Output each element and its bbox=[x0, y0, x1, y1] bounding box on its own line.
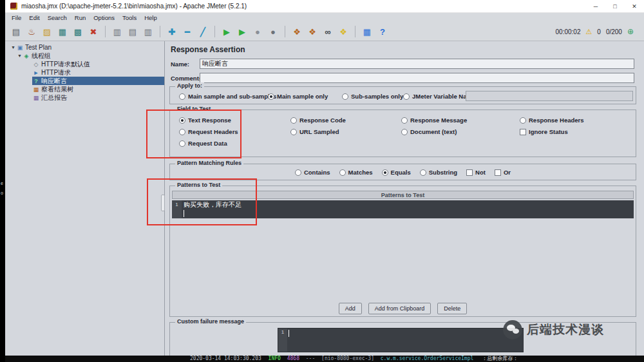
menu-search[interactable]: Search bbox=[44, 14, 71, 21]
radio-icon[interactable] bbox=[290, 129, 297, 135]
radio-url-sampled[interactable]: URL Sampled bbox=[290, 128, 339, 135]
edge-letter: e bbox=[1, 181, 3, 186]
tree-item-label: 察看结果树 bbox=[40, 85, 73, 93]
clear-all-icon[interactable]: ❖ bbox=[305, 24, 319, 39]
minimize-button[interactable]: ─ bbox=[586, 0, 605, 13]
cut-icon[interactable]: ✖ bbox=[86, 24, 100, 39]
radio-icon-selected[interactable] bbox=[382, 169, 388, 176]
menu-edit[interactable]: Edit bbox=[25, 14, 43, 21]
menu-options[interactable]: Options bbox=[90, 14, 118, 21]
radio-icon[interactable] bbox=[290, 117, 297, 124]
row-number: 1 bbox=[278, 329, 287, 352]
radio-main-sample-and-sub-samples[interactable]: Main sample and sub-samples bbox=[179, 93, 276, 100]
close-button[interactable]: ✕ bbox=[625, 0, 644, 13]
toolbar-status: 00:00:02 ⚠ 0 0/200 ⊕ bbox=[556, 27, 640, 36]
radio-icon[interactable] bbox=[420, 169, 426, 176]
checkbox-icon[interactable] bbox=[495, 169, 501, 176]
tree-item-summary-report[interactable]: ▦ 汇总报告 bbox=[5, 93, 164, 102]
search-reset-icon[interactable]: ❖ bbox=[336, 24, 350, 39]
radio-icon[interactable] bbox=[401, 117, 408, 124]
checkbox-icon[interactable] bbox=[466, 169, 473, 176]
radio-response-message[interactable]: Response Message bbox=[401, 117, 467, 124]
toolbar-separator bbox=[214, 26, 215, 37]
radio-response-headers[interactable]: Response Headers bbox=[520, 117, 584, 124]
radio-icon[interactable] bbox=[179, 93, 185, 100]
add-element-icon[interactable]: ✚ bbox=[165, 24, 179, 39]
radio-main-sample-only[interactable]: Main sample only bbox=[268, 93, 328, 100]
tree-item-test-plan[interactable]: ▼ ▣ Test Plan bbox=[5, 43, 164, 52]
radio-icon-selected[interactable] bbox=[268, 93, 274, 100]
shutdown-icon[interactable]: ● bbox=[266, 24, 280, 39]
checkbox-not[interactable]: Not bbox=[466, 169, 486, 176]
comments-input[interactable] bbox=[200, 73, 634, 83]
function-helper-icon[interactable]: ▦ bbox=[360, 24, 374, 39]
save-as-icon[interactable]: ▩ bbox=[71, 24, 85, 39]
tree-item-response-assertion[interactable]: ? 响应断言 bbox=[5, 77, 164, 85]
tree-item-label: 汇总报告 bbox=[40, 93, 67, 102]
tree-item-http-defaults[interactable]: ◇ HTTP请求默认值 bbox=[5, 60, 164, 68]
radio-equals[interactable]: Equals bbox=[382, 169, 411, 176]
globe-icon[interactable]: ⊕ bbox=[627, 27, 634, 36]
checkbox-ignore-status[interactable]: Ignore Status bbox=[520, 128, 568, 135]
expand-arrow-icon[interactable]: ▼ bbox=[10, 45, 16, 50]
search-icon[interactable]: ∞ bbox=[321, 24, 335, 39]
menu-file[interactable]: File bbox=[8, 14, 25, 21]
help-icon[interactable]: ? bbox=[375, 24, 390, 39]
radio-icon[interactable] bbox=[401, 129, 408, 135]
paste-icon[interactable]: ▤ bbox=[126, 24, 140, 39]
menu-help[interactable]: Help bbox=[140, 14, 161, 21]
custom-failure-editor[interactable]: 1 bbox=[278, 328, 524, 352]
toggle-icon[interactable]: ╱ bbox=[196, 24, 210, 39]
annotation-box-field-to-test bbox=[146, 110, 242, 158]
checkbox-icon[interactable] bbox=[520, 129, 526, 135]
radio-contains[interactable]: Contains bbox=[295, 169, 330, 176]
radio-icon[interactable] bbox=[339, 169, 346, 176]
radio-substring[interactable]: Substring bbox=[420, 169, 457, 176]
http-defaults-icon: ◇ bbox=[32, 61, 40, 68]
duplicate-icon[interactable]: ▥ bbox=[141, 24, 155, 39]
maximize-button[interactable]: □ bbox=[605, 0, 625, 13]
menu-run[interactable]: Run bbox=[71, 14, 90, 21]
text-caret bbox=[289, 330, 289, 337]
checkbox-or[interactable]: Or bbox=[495, 169, 511, 176]
add-from-clipboard-button[interactable]: Add from Clipboard bbox=[368, 303, 431, 314]
start-no-pauses-icon[interactable]: ▶ bbox=[235, 24, 249, 39]
log-separator: --- bbox=[306, 356, 315, 361]
assertion-icon: ? bbox=[32, 78, 40, 84]
menu-tools[interactable]: Tools bbox=[118, 14, 140, 21]
radio-matches[interactable]: Matches bbox=[339, 169, 373, 176]
radio-response-code[interactable]: Response Code bbox=[290, 117, 346, 124]
clear-icon[interactable]: ❖ bbox=[290, 24, 304, 39]
copy-icon[interactable]: ▥ bbox=[110, 24, 124, 39]
stop-icon[interactable]: ● bbox=[251, 24, 265, 39]
templates-icon[interactable]: ♨ bbox=[24, 24, 39, 39]
radio-icon[interactable] bbox=[520, 117, 526, 124]
window-controls: ─ □ ✕ bbox=[586, 0, 644, 13]
delete-button[interactable]: Delete bbox=[437, 303, 467, 314]
active-threads-count: 0/200 bbox=[606, 28, 622, 35]
custom-failure-text[interactable] bbox=[287, 329, 523, 352]
warning-icon[interactable]: ⚠ bbox=[585, 28, 592, 36]
new-file-icon[interactable]: ▤ bbox=[9, 24, 23, 39]
open-file-icon[interactable]: ▨ bbox=[40, 24, 54, 39]
jmeter-variable-input[interactable] bbox=[466, 91, 633, 101]
jmeter-logo-icon bbox=[10, 3, 17, 10]
save-icon[interactable]: ▦ bbox=[55, 24, 70, 39]
start-icon[interactable]: ▶ bbox=[220, 24, 234, 39]
tree-item-view-results-tree[interactable]: ▦ 察看结果树 bbox=[5, 85, 164, 93]
tree-item-thread-group[interactable]: ▼ ◈ 线程组 bbox=[5, 52, 164, 60]
name-input[interactable]: 响应断言 bbox=[200, 59, 634, 69]
screen: e o miaosha.jmx (D:\apache-jmeter-5.2.1\… bbox=[0, 0, 644, 362]
add-button[interactable]: Add bbox=[339, 303, 362, 314]
watermark-text: 后端技术漫谈 bbox=[527, 321, 604, 338]
radio-document-text[interactable]: Document (text) bbox=[401, 128, 457, 135]
remove-element-icon[interactable]: ━ bbox=[180, 24, 194, 39]
radio-sub-samples-only[interactable]: Sub-samples only bbox=[342, 93, 403, 100]
log-thread: [nio-8080-exec-3] bbox=[321, 356, 374, 361]
expand-arrow-icon[interactable]: ▼ bbox=[17, 53, 23, 58]
radio-icon[interactable] bbox=[295, 169, 301, 176]
radio-icon[interactable] bbox=[342, 93, 348, 100]
wechat-icon bbox=[503, 320, 522, 339]
tree-item-http-request[interactable]: ► HTTP请求 bbox=[5, 68, 164, 77]
radio-icon[interactable] bbox=[403, 93, 410, 100]
